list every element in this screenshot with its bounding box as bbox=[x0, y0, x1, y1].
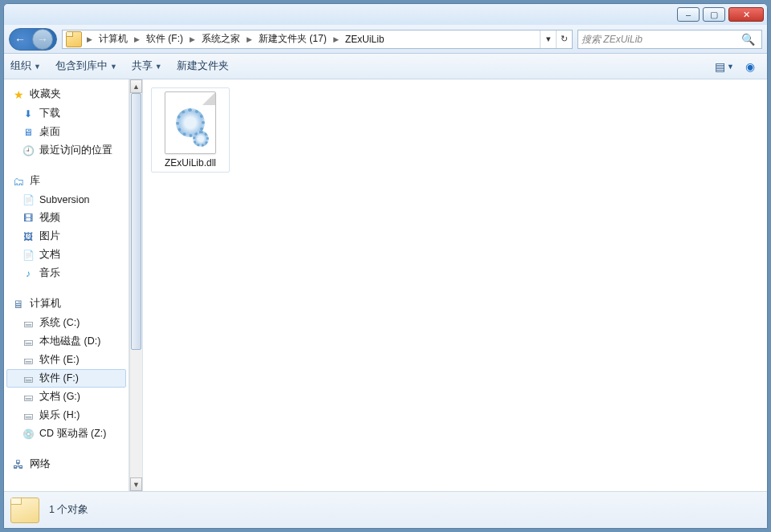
scroll-thumb[interactable] bbox=[131, 93, 141, 350]
address-dropdown-button[interactable]: ▾ bbox=[540, 30, 556, 48]
breadcrumb-sep-icon: ▶ bbox=[85, 35, 94, 43]
sidebar-item-desktop[interactable]: 🖥桌面 bbox=[4, 123, 128, 141]
titlebar: – ▢ ✕ bbox=[4, 4, 767, 25]
breadcrumb-sep-icon: ▶ bbox=[245, 35, 254, 43]
sidebar-item-drive-h[interactable]: 🖴娱乐 (H:) bbox=[4, 406, 128, 424]
sidebar-item-music[interactable]: ♪音乐 bbox=[4, 264, 128, 282]
network-header[interactable]: 🖧网络 bbox=[4, 454, 128, 474]
drive-icon: 🖴 bbox=[22, 372, 35, 385]
sidebar-item-documents[interactable]: 📄文档 bbox=[4, 246, 128, 264]
recent-icon: 🕘 bbox=[22, 144, 35, 157]
sidebar-item-pictures[interactable]: 🖼图片 bbox=[4, 227, 128, 246]
pictures-icon: 🖼 bbox=[22, 230, 35, 243]
search-box[interactable]: 🔍 bbox=[577, 30, 762, 49]
address-bar[interactable]: ▶ 计算机 ▶ 软件 (F:) ▶ 系统之家 ▶ 新建文件夹 (17) ▶ ZE… bbox=[62, 30, 573, 49]
download-icon: ⬇ bbox=[22, 108, 35, 120]
drive-icon: 🖴 bbox=[22, 354, 35, 367]
new-folder-button[interactable]: 新建文件夹 bbox=[177, 59, 229, 73]
explorer-body: ★收藏夹 ⬇下载 🖥桌面 🕘最近访问的位置 🗂库 📄Subversion 🎞视频… bbox=[4, 79, 767, 491]
navigation-pane: ★收藏夹 ⬇下载 🖥桌面 🕘最近访问的位置 🗂库 📄Subversion 🎞视频… bbox=[4, 79, 143, 491]
explorer-window: – ▢ ✕ ← → ▶ 计算机 ▶ 软件 (F:) ▶ 系统之家 ▶ 新建文件夹… bbox=[3, 3, 768, 529]
details-pane: 1 个对象 bbox=[4, 491, 767, 528]
star-icon: ★ bbox=[12, 88, 25, 101]
library-icon: 🗂 bbox=[12, 175, 25, 188]
sidebar-item-subversion[interactable]: 📄Subversion bbox=[4, 191, 128, 209]
share-menu[interactable]: 共享▼ bbox=[132, 59, 162, 73]
dll-file-icon bbox=[165, 91, 216, 154]
sidebar-tree[interactable]: ★收藏夹 ⬇下载 🖥桌面 🕘最近访问的位置 🗂库 📄Subversion 🎞视频… bbox=[4, 79, 129, 491]
file-list-pane[interactable]: ZExUiLib.dll bbox=[143, 79, 767, 491]
breadcrumb-sep-icon: ▶ bbox=[188, 35, 197, 43]
organize-menu[interactable]: 组织▼ bbox=[10, 59, 41, 73]
favorites-header[interactable]: ★收藏夹 bbox=[4, 84, 128, 104]
sidebar-item-drive-c[interactable]: 🖴系统 (C:) bbox=[4, 314, 128, 332]
view-options-button[interactable]: ▤▼ bbox=[714, 58, 735, 75]
breadcrumb-folder1[interactable]: 系统之家 bbox=[197, 30, 245, 48]
file-name-label: ZExUiLib.dll bbox=[165, 157, 216, 169]
search-icon[interactable]: 🔍 bbox=[738, 33, 758, 46]
help-button[interactable]: ◉ bbox=[740, 58, 761, 75]
sidebar-item-drive-e[interactable]: 🖴软件 (E:) bbox=[4, 351, 128, 369]
sidebar-item-recent[interactable]: 🕘最近访问的位置 bbox=[4, 141, 128, 160]
sidebar-item-downloads[interactable]: ⬇下载 bbox=[4, 104, 128, 123]
nav-buttons: ← → bbox=[9, 28, 57, 51]
breadcrumb-computer[interactable]: 计算机 bbox=[94, 30, 133, 48]
search-input[interactable] bbox=[581, 34, 738, 45]
drive-icon: 🖴 bbox=[22, 409, 35, 422]
maximize-button[interactable]: ▢ bbox=[703, 7, 725, 22]
scroll-up-button[interactable]: ▲ bbox=[130, 79, 142, 93]
breadcrumb-sep-icon: ▶ bbox=[332, 35, 341, 43]
subversion-icon: 📄 bbox=[22, 193, 35, 206]
refresh-button[interactable]: ↻ bbox=[556, 30, 572, 48]
sidebar-item-drive-g[interactable]: 🖴文档 (G:) bbox=[4, 388, 128, 406]
video-icon: 🎞 bbox=[22, 212, 35, 225]
include-in-library-menu[interactable]: 包含到库中▼ bbox=[55, 59, 117, 73]
command-bar: 组织▼ 包含到库中▼ 共享▼ 新建文件夹 ▤▼ ◉ bbox=[4, 54, 767, 79]
sidebar-item-video[interactable]: 🎞视频 bbox=[4, 209, 128, 227]
folder-icon bbox=[10, 497, 39, 523]
network-icon: 🖧 bbox=[12, 458, 25, 471]
breadcrumb-sep-icon: ▶ bbox=[133, 35, 141, 43]
breadcrumb-drive[interactable]: 软件 (F:) bbox=[141, 30, 188, 48]
desktop-icon: 🖥 bbox=[22, 126, 35, 139]
minimize-button[interactable]: – bbox=[677, 7, 700, 22]
navigation-bar: ← → ▶ 计算机 ▶ 软件 (F:) ▶ 系统之家 ▶ 新建文件夹 (17) … bbox=[4, 25, 767, 54]
folder-icon bbox=[66, 31, 82, 47]
breadcrumb-current[interactable]: ZExUiLib bbox=[341, 30, 390, 48]
close-button[interactable]: ✕ bbox=[728, 7, 764, 22]
music-icon: ♪ bbox=[22, 267, 35, 280]
status-text: 1 个对象 bbox=[49, 503, 88, 517]
sidebar-item-drive-f[interactable]: 🖴软件 (F:) bbox=[6, 369, 126, 388]
breadcrumb-folder2[interactable]: 新建文件夹 (17) bbox=[254, 30, 332, 48]
libraries-header[interactable]: 🗂库 bbox=[4, 171, 128, 191]
scroll-down-button[interactable]: ▼ bbox=[130, 477, 142, 491]
drive-icon: 🖴 bbox=[22, 391, 35, 404]
drive-icon: 🖴 bbox=[22, 317, 35, 330]
forward-button[interactable]: → bbox=[32, 29, 53, 50]
drive-icon: 🖴 bbox=[22, 335, 35, 348]
back-button[interactable]: ← bbox=[10, 29, 31, 50]
sidebar-item-drive-z[interactable]: 💿CD 驱动器 (Z:) bbox=[4, 424, 128, 443]
documents-icon: 📄 bbox=[22, 249, 35, 262]
cd-drive-icon: 💿 bbox=[22, 428, 35, 441]
sidebar-scrollbar[interactable]: ▲ ▼ bbox=[129, 79, 143, 491]
computer-header[interactable]: 🖥计算机 bbox=[4, 294, 128, 314]
file-item[interactable]: ZExUiLib.dll bbox=[151, 87, 230, 173]
computer-icon: 🖥 bbox=[12, 298, 25, 311]
sidebar-item-drive-d[interactable]: 🖴本地磁盘 (D:) bbox=[4, 332, 128, 351]
